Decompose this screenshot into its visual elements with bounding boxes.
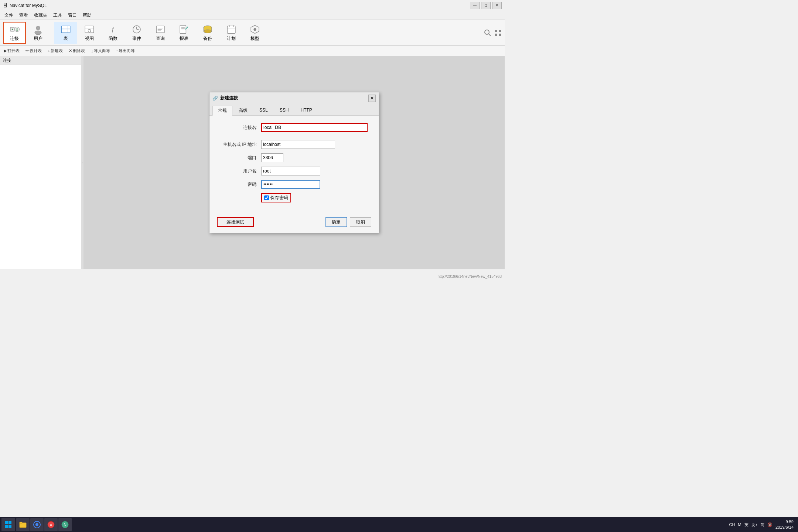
footer-right-buttons: 确定 取消 [325,217,371,227]
sidebar: 连接 [0,56,81,269]
menu-tools[interactable]: 工具 [50,11,65,19]
toolbar-query[interactable]: 查询 [149,22,172,44]
title-bar-controls: — □ ✕ [470,2,502,9]
svg-rect-41 [495,34,497,36]
tab-general[interactable]: 常规 [212,106,232,116]
cancel-button[interactable]: 取消 [350,217,371,227]
toolbar: $ 连接 用户 表 视图 ƒ [0,20,505,46]
svg-line-38 [489,34,491,36]
toolbar-backup[interactable]: 备份 [196,22,219,44]
dialog-titlebar: 🔗 新建连接 ✕ [209,92,379,104]
svg-point-5 [35,31,41,35]
toolbar-right [484,29,502,37]
svg-rect-22 [180,25,186,33]
toolbar-table-label: 表 [64,35,68,42]
connection-name-row: 连接名: [221,123,368,132]
new-table-icon: + [48,49,50,53]
toolbar-user-label: 用户 [34,35,42,42]
toolbar-model-label: 模型 [250,35,259,42]
toolbar-model[interactable]: 模型 [243,22,266,44]
modal-overlay: 🔗 新建连接 ✕ 常规 高级 SSL SSH HTTP [83,56,505,269]
toolbar-connect-label: 连接 [10,35,19,42]
tab-ssl[interactable]: SSL [254,106,273,115]
toolbar-event[interactable]: 事件 [125,22,148,44]
sub-export-wizard[interactable]: ↑ 导出向导 [114,47,137,54]
user-icon [32,24,44,35]
toolbar-table[interactable]: 表 [54,22,77,44]
toolbar-schedule[interactable]: 计划 [220,22,243,44]
host-label: 主机名或 IP 地址: [221,141,261,148]
connection-name-input[interactable] [261,123,368,132]
tab-http[interactable]: HTTP [295,106,317,115]
sub-new-table[interactable]: + 新建表 [45,47,65,54]
main-area: 连接 ⋮ 🔗 新建连接 ✕ 常规 高级 [0,56,505,269]
model-icon [249,24,261,35]
port-label: 端口: [221,155,261,161]
close-button[interactable]: ✕ [492,2,502,9]
save-password-row: 保存密码 [261,193,368,202]
password-input[interactable] [261,180,320,189]
app-title: Navicat for MySQL [10,3,47,8]
sub-import-wizard[interactable]: ↓ 导入向导 [89,47,112,54]
table-icon [60,24,72,35]
svg-rect-6 [61,26,70,33]
port-input[interactable] [261,153,283,162]
save-password-checkbox[interactable] [264,195,269,200]
host-row: 主机名或 IP 地址: [221,140,368,149]
tab-ssh[interactable]: SSH [274,106,294,115]
dialog-title: 🔗 新建连接 [212,95,238,101]
menu-help[interactable]: 帮助 [80,11,95,19]
svg-rect-42 [499,34,501,36]
sub-design-table[interactable]: ✏ 设计表 [23,47,44,54]
export-icon: ↑ [116,49,118,53]
toolbar-schedule-label: 计划 [227,35,236,42]
menu-favorites[interactable]: 收藏夹 [31,11,50,19]
menu-view[interactable]: 查看 [16,11,31,19]
toolbar-view[interactable]: 视图 [78,22,101,44]
save-password-label: 保存密码 [270,195,288,201]
password-row: 密码: [221,180,368,189]
sub-delete-table[interactable]: ✕ 删除表 [66,47,87,54]
svg-rect-39 [495,30,497,32]
username-label: 用户名: [221,168,261,174]
toolbar-report[interactable]: 报表 [173,22,195,44]
host-input[interactable] [261,140,335,149]
toolbar-func-label: 函数 [109,35,117,42]
menu-window[interactable]: 窗口 [65,11,80,19]
dialog-body: 连接名: 主机名或 IP 地址: 端口: [209,116,379,213]
dialog-close-button[interactable]: ✕ [368,95,376,102]
func-icon: ƒ [107,24,119,35]
schedule-icon [225,24,237,35]
sub-open-table[interactable]: ▶ 打开表 [1,47,22,54]
connect-icon: $ [8,24,20,35]
toolbar-user[interactable]: 用户 [27,22,50,44]
svg-rect-1 [12,28,13,30]
svg-text:$: $ [16,28,18,31]
svg-rect-40 [499,30,501,32]
test-connection-button[interactable]: 连接测试 [217,217,254,227]
search-icon[interactable] [484,29,491,37]
app-icon: 🗄 [3,3,7,8]
svg-point-28 [204,30,212,33]
username-input[interactable] [261,167,320,175]
event-icon [131,24,143,35]
design-table-icon: ✏ [25,48,29,53]
content-area: 🔗 新建连接 ✕ 常规 高级 SSL SSH HTTP [83,56,505,269]
tab-advanced[interactable]: 高级 [233,106,253,115]
ok-button[interactable]: 确定 [325,217,347,227]
toolbar-func[interactable]: ƒ 函数 [102,22,125,44]
sidebar-header: 连接 [0,56,81,65]
title-bar: 🗄 Navicat for MySQL — □ ✕ [0,0,505,11]
import-icon: ↓ [91,49,93,53]
menu-file[interactable]: 文件 [1,11,16,19]
status-right: http://2019/6/14net/New/New_4154963 [438,274,502,279]
svg-point-37 [485,30,489,34]
new-connection-dialog: 🔗 新建连接 ✕ 常规 高级 SSL SSH HTTP [209,92,379,233]
menu-bar: 文件 查看 收藏夹 工具 窗口 帮助 [0,11,505,20]
toolbar-event-label: 事件 [132,35,141,42]
grid-icon[interactable] [494,29,502,37]
toolbar-connect[interactable]: $ 连接 [3,22,26,44]
status-bar: http://2019/6/14net/New/New_4154963 [0,269,505,284]
maximize-button[interactable]: □ [481,2,491,9]
minimize-button[interactable]: — [470,2,480,9]
